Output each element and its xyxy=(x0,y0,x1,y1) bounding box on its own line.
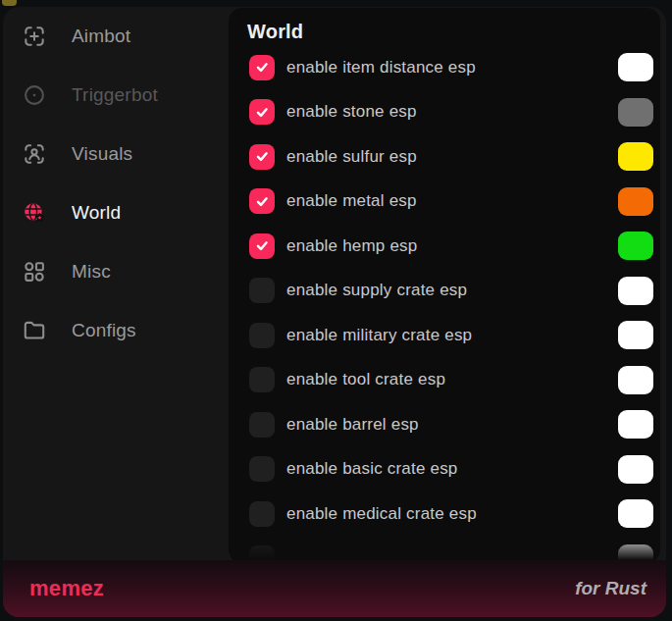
esp-row[interactable]: enable metal esp xyxy=(229,180,660,225)
color-swatch[interactable] xyxy=(618,277,653,305)
esp-row[interactable]: enable hemp esp xyxy=(229,224,660,269)
color-swatch[interactable] xyxy=(618,499,653,528)
esp-row[interactable] xyxy=(229,537,660,564)
color-swatch[interactable] xyxy=(618,232,653,260)
esp-checkbox[interactable] xyxy=(249,278,275,303)
game-background-sliver xyxy=(2,0,17,6)
esp-row-label: enable tool crate esp xyxy=(286,370,445,389)
crosshair-icon xyxy=(22,24,47,49)
color-swatch[interactable] xyxy=(618,366,653,394)
sidebar-item-configs[interactable]: Configs xyxy=(3,301,229,360)
color-swatch[interactable] xyxy=(618,98,653,127)
sidebar-item-label: Triggerbot xyxy=(72,84,158,106)
esp-row[interactable]: enable supply crate esp xyxy=(229,269,660,314)
esp-checkbox[interactable] xyxy=(249,412,275,438)
check-icon xyxy=(255,238,270,253)
color-swatch[interactable] xyxy=(618,53,653,81)
esp-row-label: enable barrel esp xyxy=(286,415,419,435)
color-swatch[interactable] xyxy=(618,455,653,484)
esp-row[interactable]: enable stone esp xyxy=(229,90,660,135)
check-icon xyxy=(255,149,270,164)
esp-checkbox[interactable] xyxy=(249,456,275,482)
footer: memez for Rust xyxy=(3,560,666,617)
sidebar-item-visuals[interactable]: Visuals xyxy=(3,125,229,183)
grid-shapes-icon xyxy=(22,259,47,285)
brand-label: memez xyxy=(29,576,104,601)
target-circle-icon xyxy=(22,82,47,108)
esp-row[interactable]: enable tool crate esp xyxy=(229,358,660,403)
esp-row-label: enable military crate esp xyxy=(286,326,472,345)
esp-checkbox[interactable] xyxy=(249,144,275,170)
sidebar-item-triggerbot[interactable]: Triggerbot xyxy=(3,66,229,125)
esp-row-list: enable item distance esp enable stone es… xyxy=(229,45,660,563)
panel-title: World xyxy=(247,21,303,43)
globe-star-icon xyxy=(22,200,47,226)
color-swatch[interactable] xyxy=(618,410,653,439)
person-scan-icon xyxy=(22,141,47,167)
esp-row-label: enable basic crate esp xyxy=(286,459,458,479)
sidebar-item-label: Configs xyxy=(72,320,136,341)
esp-checkbox[interactable] xyxy=(249,233,275,259)
cheat-menu-window: Aimbot Triggerbot Visuals World Misc Con… xyxy=(3,7,666,617)
check-icon xyxy=(255,194,270,209)
esp-row[interactable]: enable sulfur esp xyxy=(229,134,660,180)
esp-row[interactable]: enable military crate esp xyxy=(229,313,660,358)
sidebar-item-label: World xyxy=(72,202,121,224)
tagline-label: for Rust xyxy=(575,578,646,599)
esp-checkbox[interactable] xyxy=(249,501,275,527)
sidebar-item-label: Aimbot xyxy=(72,26,130,47)
color-swatch[interactable] xyxy=(618,187,653,216)
esp-row-label: enable hemp esp xyxy=(286,236,417,256)
world-panel: World enable item distance esp enable st… xyxy=(229,8,660,563)
folder-icon xyxy=(22,318,47,343)
check-icon xyxy=(255,105,270,120)
sidebar-item-aimbot[interactable]: Aimbot xyxy=(3,7,229,66)
esp-checkbox[interactable] xyxy=(249,188,275,214)
esp-checkbox[interactable] xyxy=(249,55,275,80)
esp-row-label: enable item distance esp xyxy=(286,58,476,78)
esp-row[interactable]: enable item distance esp xyxy=(229,45,660,90)
esp-row-label: enable medical crate esp xyxy=(286,504,477,524)
sidebar-item-world[interactable]: World xyxy=(3,183,229,242)
esp-row[interactable]: enable barrel esp xyxy=(229,402,660,447)
esp-row[interactable]: enable basic crate esp xyxy=(229,447,660,492)
esp-row-label: enable metal esp xyxy=(286,191,417,211)
sidebar-item-label: Visuals xyxy=(72,143,132,165)
esp-row-label: enable supply crate esp xyxy=(286,281,467,300)
sidebar-item-label: Misc xyxy=(72,261,111,283)
esp-row[interactable]: enable medical crate esp xyxy=(229,492,660,537)
esp-row-label: enable sulfur esp xyxy=(286,147,417,167)
esp-checkbox[interactable] xyxy=(249,367,275,392)
esp-checkbox[interactable] xyxy=(249,99,275,125)
sidebar: Aimbot Triggerbot Visuals World Misc Con… xyxy=(3,7,229,360)
color-swatch[interactable] xyxy=(618,321,653,349)
check-icon xyxy=(255,60,270,75)
esp-row-label: enable stone esp xyxy=(286,102,417,122)
color-swatch[interactable] xyxy=(618,142,653,171)
esp-checkbox[interactable] xyxy=(249,323,275,348)
sidebar-item-misc[interactable]: Misc xyxy=(3,242,229,301)
